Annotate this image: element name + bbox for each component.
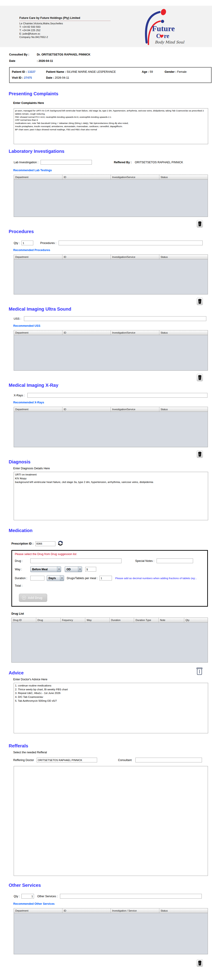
patient-id-label: Patient ID :: [12, 70, 27, 73]
patient-name-field: Patient Name : SILVINE MARIE ANGE LESPER…: [46, 70, 142, 73]
visit-id-label: Visit ID :: [12, 76, 23, 80]
prescription-id-input[interactable]: [35, 541, 55, 546]
drug-col-duration: Duration: [110, 618, 134, 622]
visit-date-field: Date : 2026-04-11: [46, 76, 69, 80]
drug-label: Drug :: [15, 559, 31, 563]
xray-col-id: ID: [63, 407, 111, 412]
consult-date-label: Date: [9, 59, 36, 62]
lab-investigation-input[interactable]: [40, 160, 92, 165]
per-meal-label: Drugs/Tablets per meal :: [67, 577, 98, 580]
section-title-laboratory: Laboratory Investigations: [9, 149, 212, 154]
xray-table-body[interactable]: [14, 412, 208, 447]
trash-recycle-icon: c: [198, 299, 202, 304]
other-col-service: Investigation / Service: [111, 908, 159, 913]
referring-doctor-input[interactable]: [37, 757, 97, 762]
other-services-recommended-label: Recommended Other Services: [13, 902, 212, 905]
patient-gender-value: Female: [177, 70, 187, 73]
svg-text:c: c: [199, 962, 200, 964]
lab-recommended-label: Recommended Lab Testings: [13, 169, 212, 172]
drug-col-frequency: Fequency: [61, 618, 85, 622]
other-services-table: Department ID Investigation / Service St…: [14, 908, 208, 954]
consultant-label: Consultant: [118, 759, 132, 762]
drug-list-body[interactable]: [11, 622, 208, 662]
svg-text:c: c: [199, 301, 200, 303]
procedures-delete-button[interactable]: c: [197, 298, 203, 305]
uss-table-header: Department ID Investigation/Service Stat…: [14, 330, 208, 335]
procedures-col-department: Department: [14, 255, 63, 259]
procedures-table-body[interactable]: [14, 259, 208, 294]
other-services-qty-input[interactable]: [21, 894, 34, 899]
plus-circle-icon: [22, 596, 26, 600]
drug-col-drug: Drug: [36, 618, 61, 622]
section-title-advice: Advice: [9, 670, 212, 676]
drug-list-header: Drug ID Drug Fequency Way Duration Durat…: [11, 618, 208, 622]
xray-recommended-table: Department ID Investigation/Service Stat…: [14, 407, 208, 447]
company-email: E: jude@future.sc: [19, 32, 111, 35]
section-title-diagnosis: Diagnosis: [9, 459, 212, 465]
xray-col-department: Department: [14, 407, 63, 412]
xray-delete-button[interactable]: c: [197, 450, 203, 458]
procedures-table-header: Department ID Investigation/Service Stat…: [14, 255, 208, 259]
uss-input[interactable]: [24, 316, 206, 321]
diagnosis-entry-label: Enter Diagnosis Details Here: [13, 467, 212, 470]
prescription-id-label: Prescription ID :: [11, 542, 34, 545]
prescription-refresh-button[interactable]: [57, 540, 64, 547]
svg-text:Future: Future: [152, 24, 175, 33]
uss-delete-button[interactable]: c: [197, 374, 203, 381]
uss-col-department: Department: [14, 330, 63, 335]
procedures-recommended-table: Department ID Investigation/Service Stat…: [14, 255, 208, 294]
other-col-id: ID: [63, 908, 111, 913]
lab-referred-by-label: Reffered By :: [114, 161, 132, 164]
duration-input[interactable]: [31, 576, 45, 581]
frequency-qty-input[interactable]: [85, 567, 96, 572]
duration-label: Duration :: [15, 577, 31, 580]
consulted-by-label: Consulted By :: [9, 53, 36, 56]
consultant-input[interactable]: [135, 757, 202, 762]
other-services-table-body[interactable]: [14, 913, 208, 954]
add-drug-label: Add Drug: [28, 596, 42, 600]
duration-unit-select[interactable]: Day/s ▼: [47, 575, 64, 581]
company-address: Le Chainter,Victoria,Mahe,Seychelles: [19, 22, 111, 25]
duration-unit-value: Day/s: [48, 577, 56, 580]
company-phone1: T: +24 82 593 593: [19, 25, 111, 29]
diagnosis-textarea[interactable]: URTI on treatment KIV Atopy background l…: [14, 472, 208, 520]
procedures-qty-input[interactable]: [21, 240, 33, 245]
other-services-input[interactable]: [60, 894, 202, 899]
advice-textarea[interactable]: 1. continue routine medications 2. Thric…: [14, 683, 208, 733]
future-care-logo: Future C re Body Mind Soul: [138, 6, 187, 47]
drug-suggestion-notice: Please select the Drug from Drug suggess…: [15, 552, 205, 556]
referral-list-box[interactable]: [14, 766, 208, 876]
clinic-header: Future Care by Future Holdings (Pty) Lim…: [0, 6, 212, 47]
advice-entry-label: Enter Doctor's Advice Here: [13, 678, 212, 681]
drug-input[interactable]: [31, 558, 122, 563]
other-services-label: Other Services :: [37, 895, 58, 898]
other-services-delete-button[interactable]: c: [197, 959, 203, 967]
advice-delete-button[interactable]: [196, 667, 203, 676]
section-title-referrals: Refferals: [9, 743, 212, 749]
frequency-select-value: OD: [67, 568, 71, 571]
fraction-note: Please add as decimal numbers when addin…: [115, 577, 197, 579]
add-drug-button[interactable]: Add Drug: [19, 594, 47, 602]
lab-table-body[interactable]: [14, 180, 208, 217]
visit-id-field: Visit ID : 27475: [12, 76, 46, 80]
special-notes-input[interactable]: [157, 558, 193, 563]
xray-col-status: Status: [159, 407, 208, 412]
way-select-value: Before Meal: [32, 568, 48, 571]
patient-name-label: Patient Name :: [46, 70, 66, 73]
other-services-qty-label: Qty :: [14, 895, 19, 898]
way-label: Way :: [15, 568, 31, 571]
procedures-input[interactable]: [59, 240, 202, 245]
frequency-select[interactable]: OD ▼: [65, 566, 82, 572]
xray-input[interactable]: [27, 393, 207, 398]
lab-col-status: Status: [159, 175, 208, 180]
svg-text:c: c: [199, 223, 200, 225]
procedures-col-status: Status: [159, 255, 208, 259]
complaints-textarea[interactable]: pt seen, managed for URTI r/o CAP, backg…: [14, 108, 208, 144]
lab-delete-button[interactable]: c: [197, 220, 203, 228]
uss-table-body[interactable]: [14, 335, 208, 371]
company-number: Company No.8417652-2: [19, 35, 111, 39]
uss-col-service: Investigation/Service: [111, 330, 159, 335]
consulted-by-row: Consulted By : Dr. ORITSETSETOS RAPHAEL …: [9, 53, 212, 56]
per-meal-input[interactable]: [100, 576, 112, 581]
way-select[interactable]: Before Meal ▼: [31, 566, 61, 572]
